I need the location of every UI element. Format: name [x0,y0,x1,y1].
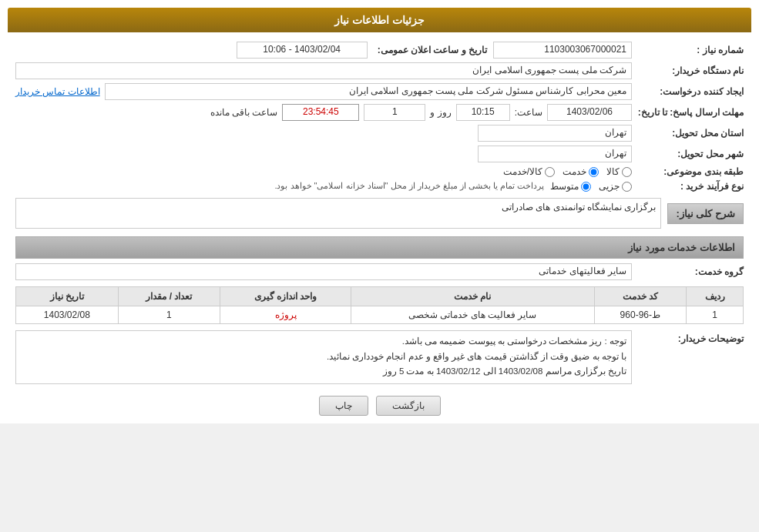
category-option-service[interactable]: خدمت [563,166,599,177]
table-row: 1ط-96-960سایر فعالیت های خدماتی شخصیپروژ… [16,306,744,324]
need-desc-value-wrap: برگزاری نمایشگاه توانمندی های صادراتی [15,198,661,229]
col-row: ردیف [687,287,744,306]
need-number-label: شماره نیاز : [632,45,744,55]
buyer-desc-value: توجه : ریز مشخصات درخواستی به پیوست ضمیم… [15,330,632,384]
col-name: نام خدمت [351,287,595,306]
purchase-type-radio-medium[interactable] [581,182,591,192]
category-label: طبقه بندی موضوعی: [632,166,744,177]
table-cell-4: 1 [118,306,220,324]
purchase-type-label: نوع فرآیند خرید : [632,181,744,192]
main-content: شماره نیاز : 1103003067000021 تاریخ و سا… [8,42,751,416]
purchase-type-row: نوع فرآیند خرید : جزیی متوسط پرداخت تمام… [15,181,744,192]
purchase-type-option-minor[interactable]: جزیی [599,181,632,192]
category-row: طبقه بندی موضوعی: کالا خدمت کالا/خدمت [15,166,744,177]
need-desc-title: شرح کلی نیاز: [667,203,744,224]
deadline-value-wrap: 1403/02/06 ساعت: 10:15 روز و 1 23:54:45 … [15,104,632,121]
need-desc-section: شرح کلی نیاز: برگزاری نمایشگاه توانمندی … [15,198,744,229]
page-title: جزئیات اطلاعات نیاز [334,14,425,26]
deadline-days: 1 [364,104,425,121]
print-button[interactable]: چاپ [319,396,368,416]
category-value-wrap: کالا خدمت کالا/خدمت [15,166,632,177]
city-label: شهر محل تحویل: [632,149,744,159]
table-cell-0: 1 [687,306,744,324]
creator-row: ایجاد کننده درخواست: معین محرابی کارشناس… [15,83,744,100]
deadline-date: 1403/02/06 [547,104,632,121]
buyer-desc-row: توضیحات خریدار: توجه : ریز مشخصات درخواس… [15,330,744,384]
city-value: تهران [478,146,632,162]
page-wrapper: جزئیات اطلاعات نیاز شماره نیاز : 1103003… [0,0,759,423]
category-label-goods: کالا [606,166,620,177]
category-option-goods[interactable]: کالا [606,166,632,177]
col-quantity: تعداد / مقدار [118,287,220,306]
category-label-service: خدمت [563,166,586,177]
buyer-desc-label: توضیحات خریدار: [632,330,744,344]
purchase-type-label-medium: متوسط [550,181,579,192]
col-date: تاریخ نیاز [16,287,119,306]
col-code: کد خدمت [594,287,686,306]
announce-date-label: تاریخ و ساعت اعلان عمومی: [374,45,487,55]
table-cell-1: ط-96-960 [594,306,686,324]
city-value-wrap: تهران [15,146,632,162]
service-group-row: گروه خدمت: سایر فعالیتهای خدماتی [15,263,744,280]
deadline-day-label: روز و [430,107,451,118]
need-number-value: 1103003067000021 [493,42,632,59]
buyer-name-value-wrap: شرکت ملی پست جمهوری اسلامی ایران [15,62,632,79]
creator-label: ایجاد کننده درخواست: [632,86,744,97]
purchase-type-value-wrap: جزیی متوسط پرداخت تمام یا بخشی از مبلغ خ… [15,181,632,192]
announce-date-value: 1403/02/04 - 10:06 [237,42,368,59]
contact-link[interactable]: اطلاعات تماس خریدار [15,86,100,97]
category-label-both: کالا/خدمت [503,166,542,177]
purchase-type-label-minor: جزیی [599,181,620,192]
service-info-title: اطلاعات خدمات مورد نیاز [15,236,744,259]
table-cell-2: سایر فعالیت های خدماتی شخصی [351,306,595,324]
province-row: استان محل تحویل: تهران [15,125,744,142]
back-button[interactable]: بازگشت [376,396,441,416]
creator-value-wrap: معین محرابی کارشناس مسئول شرکت ملی پست ج… [15,83,632,100]
need-number-row: شماره نیاز : 1103003067000021 تاریخ و سا… [15,42,744,59]
province-value: تهران [478,125,632,142]
buyer-name-row: نام دستگاه خریدار: شرکت ملی پست جمهوری ا… [15,62,744,79]
province-value-wrap: تهران [15,125,632,142]
purchase-type-option-medium[interactable]: متوسط [550,181,591,192]
buyer-name-value: شرکت ملی پست جمهوری اسلامی ایران [15,62,632,79]
service-group-label: گروه خدمت: [632,266,744,277]
category-radio-service[interactable] [589,167,599,177]
deadline-time-label: ساعت: [515,107,542,118]
deadline-time: 10:15 [456,104,510,121]
category-option-both[interactable]: کالا/خدمت [503,166,555,177]
creator-value: معین محرابی کارشناس مسئول شرکت ملی پست ج… [105,83,632,100]
category-radio-both[interactable] [545,167,555,177]
buyer-desc-value-wrap: توجه : ریز مشخصات درخواستی به پیوست ضمیم… [15,330,632,384]
table-cell-3: پروژه [220,306,351,324]
deadline-row: مهلت ارسال پاسخ: تا تاریخ: 1403/02/06 سا… [15,104,744,121]
need-number-value-wrap: 1103003067000021 تاریخ و ساعت اعلان عموم… [15,42,632,59]
service-group-value-wrap: سایر فعالیتهای خدماتی [15,263,632,280]
deadline-remaining: 23:54:45 [282,104,359,121]
purchase-type-radio-minor[interactable] [622,182,632,192]
table-cell-5: 1403/02/08 [16,306,119,324]
deadline-remaining-label: ساعت باقی مانده [210,107,278,118]
page-header: جزئیات اطلاعات نیاز [8,8,751,32]
need-desc-value: برگزاری نمایشگاه توانمندی های صادراتی [15,198,661,229]
category-radio-goods[interactable] [622,167,632,177]
table-header-row: ردیف کد خدمت نام خدمت واحد اندازه گیری ت… [16,287,744,306]
purchase-note: پرداخت تمام یا بخشی از مبلغ خریدار از مح… [274,181,544,191]
col-unit: واحد اندازه گیری [220,287,351,306]
city-row: شهر محل تحویل: تهران [15,146,744,162]
service-group-value: سایر فعالیتهای خدماتی [15,263,632,280]
service-table: ردیف کد خدمت نام خدمت واحد اندازه گیری ت… [15,286,744,324]
buyer-name-label: نام دستگاه خریدار: [632,65,744,76]
buttons-row: بازگشت چاپ [15,396,744,416]
province-label: استان محل تحویل: [632,128,744,139]
deadline-label: مهلت ارسال پاسخ: تا تاریخ: [632,107,744,118]
